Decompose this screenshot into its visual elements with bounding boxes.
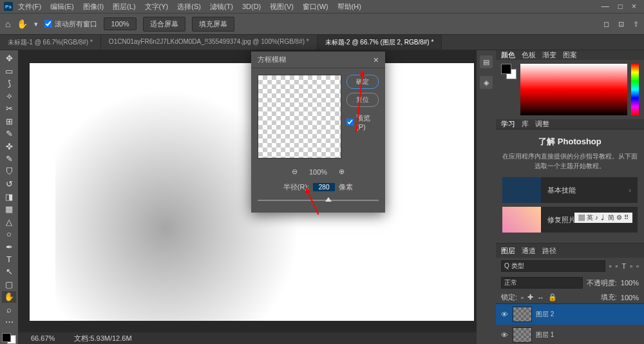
workspace-icon[interactable]: ⊡ [618,20,624,28]
brush-tool[interactable]: ✎ [2,153,16,164]
tab-layers[interactable]: 图层 [501,246,515,256]
opacity-value[interactable]: 100% [621,279,639,287]
right-panels: 颜色 色板 渐变 图案 学习 库 调整 了解 Photoshop 在应用程序内直… [496,50,644,344]
frame-tool[interactable]: ⊞ [2,115,16,126]
window-max[interactable]: □ [618,2,623,11]
pen-tool[interactable]: ✒ [2,241,16,252]
panel-icon-1[interactable]: ▤ [480,55,493,68]
tab-patterns[interactable]: 图案 [563,50,577,60]
eraser-tool[interactable]: ◨ [2,191,16,202]
radius-slider[interactable] [258,196,379,207]
zoom-out-icon[interactable]: ⊖ [292,167,298,176]
tab-channels[interactable]: 通道 [522,246,536,256]
cancel-button[interactable]: 复位 [346,93,379,107]
tab-doc2[interactable]: O1CN01ayFR6n2J7LKdOM0DA_!!355499374.jpg … [101,35,317,50]
crop-tool[interactable]: ✂ [2,103,16,114]
menu-file[interactable]: 文件(F) [14,1,45,13]
layer-kind-select[interactable]: Q 类型 [501,260,605,272]
type-tool[interactable]: T [2,254,16,265]
lock-icon[interactable]: ▫ [521,294,524,301]
window-close[interactable]: × [632,2,636,11]
filter-icon[interactable]: ▫ [616,262,618,270]
hand-tool-icon[interactable]: ✋ [17,19,28,29]
tab-swatches[interactable]: 色板 [522,50,536,60]
color-swatch[interactable] [2,333,16,344]
menu-edit[interactable]: 编辑(E) [46,1,78,13]
preview-area[interactable] [258,75,341,158]
menu-3d[interactable]: 3D(D) [238,1,265,12]
actual-pixels-button[interactable]: 100% [104,17,136,30]
zoom-level[interactable]: 66.67% [31,334,55,342]
tab-gradients[interactable]: 渐变 [542,50,556,60]
tab-learn[interactable]: 学习 [501,119,515,129]
layer-row[interactable]: 👁 图层 2 [496,304,644,325]
ime-bar[interactable]: ▦ 英 ♪ ♩ 简 ⚙ ⠿ [574,213,632,223]
tab-adjustments[interactable]: 调整 [535,119,549,129]
menu-image[interactable]: 图像(I) [79,1,108,13]
chevron-down-icon[interactable]: ▾ [34,20,38,28]
panel-icon-2[interactable]: ◈ [480,76,493,89]
hue-slider[interactable] [631,64,639,115]
gradient-tool[interactable]: ▦ [2,204,16,215]
filter-icon[interactable]: ▫ [636,262,639,270]
lock-icon[interactable]: 🔒 [548,293,557,301]
menu-filter[interactable]: 滤镜(T) [206,1,237,13]
layer-name[interactable]: 图层 1 [536,330,640,339]
eyedropper-tool[interactable]: ✎ [2,128,16,139]
filter-icon[interactable]: T [621,262,626,270]
blur-tool[interactable]: △ [2,216,16,227]
menubar: Ps 文件(F) 编辑(E) 图像(I) 图层(L) 文字(Y) 选择(S) 滤… [0,0,644,13]
marquee-tool[interactable]: ▭ [2,65,16,76]
stamp-tool[interactable]: ⛉ [2,166,16,177]
history-brush-tool[interactable]: ↺ [2,178,16,189]
lock-icon[interactable]: ↔ [537,294,544,301]
color-picker[interactable] [520,64,627,115]
zoom-tool[interactable]: ⌕ [2,304,16,315]
tab-libraries[interactable]: 库 [522,119,529,129]
menu-type[interactable]: 文字(Y) [141,1,173,13]
radius-input[interactable] [313,183,335,191]
blend-mode-select[interactable]: 正常 [501,277,583,289]
filter-icon[interactable]: ▫ [609,262,612,270]
path-tool[interactable]: ↖ [2,266,16,277]
lasso-tool[interactable]: ⟆ [2,78,16,89]
fill-value[interactable]: 100% [621,294,639,301]
menu-window[interactable]: 窗口(W) [299,1,332,13]
panel-swatch[interactable] [501,64,516,79]
dodge-tool[interactable]: ○ [2,229,16,240]
layer-name[interactable]: 图层 2 [536,310,640,319]
zoom-in-icon[interactable]: ⊕ [339,167,345,176]
menu-layer[interactable]: 图层(L) [109,1,139,13]
filter-icon[interactable]: ▫ [630,262,632,270]
preview-checkbox[interactable]: 预览(P) [346,113,379,131]
menu-select[interactable]: 选择(S) [173,1,205,13]
layer-row[interactable]: 👁 图层 1 [496,325,644,344]
fill-screen-button[interactable]: 填充屏幕 [192,17,234,32]
menu-help[interactable]: 帮助(H) [334,1,365,13]
hand-tool[interactable]: ✋ [2,291,16,302]
visibility-icon[interactable]: 👁 [500,311,509,318]
document-tabs: 未标题-1 @ 66.7%(RGB/8#) * O1CN01ayFR6n2J7L… [0,35,644,50]
wand-tool[interactable]: ✧ [2,90,16,101]
tab-doc3[interactable]: 未标题-2 @ 66.7% (图层 2, RGB/8#) * [317,35,442,50]
search-icon[interactable]: ◻ [603,20,609,28]
window-min[interactable]: — [601,2,609,11]
lock-icon[interactable]: ✚ [527,293,533,301]
move-tool[interactable]: ✥ [2,53,16,64]
heal-tool[interactable]: ✜ [2,140,16,151]
visibility-icon[interactable]: 👁 [500,331,509,339]
tab-doc1[interactable]: 未标题-1 @ 66.7%(RGB/8#) * [0,35,101,50]
tab-color[interactable]: 颜色 [501,50,515,60]
tab-paths[interactable]: 路径 [542,246,556,256]
fit-screen-button[interactable]: 适合屏幕 [143,17,185,32]
shape-tool[interactable]: ▢ [2,279,16,290]
options-bar: ⌂ ✋ ▾ 滚动所有窗口 100% 适合屏幕 填充屏幕 ◻ ⊡ ⇪ [0,13,644,35]
home-icon[interactable]: ⌂ [5,19,10,29]
menu-view[interactable]: 视图(V) [266,1,298,13]
learn-card-basics[interactable]: 基本技能 › [502,177,638,203]
share-icon[interactable]: ⇪ [633,20,639,28]
close-icon[interactable]: × [374,55,379,65]
box-blur-dialog: 方框模糊 × 确定 复位 预览(P) ⊖ 100% ⊕ 半径(R): 像素 [251,52,385,213]
edit-toolbar[interactable]: ⋯ [2,316,16,327]
scroll-all-checkbox[interactable]: 滚动所有窗口 [44,19,97,29]
